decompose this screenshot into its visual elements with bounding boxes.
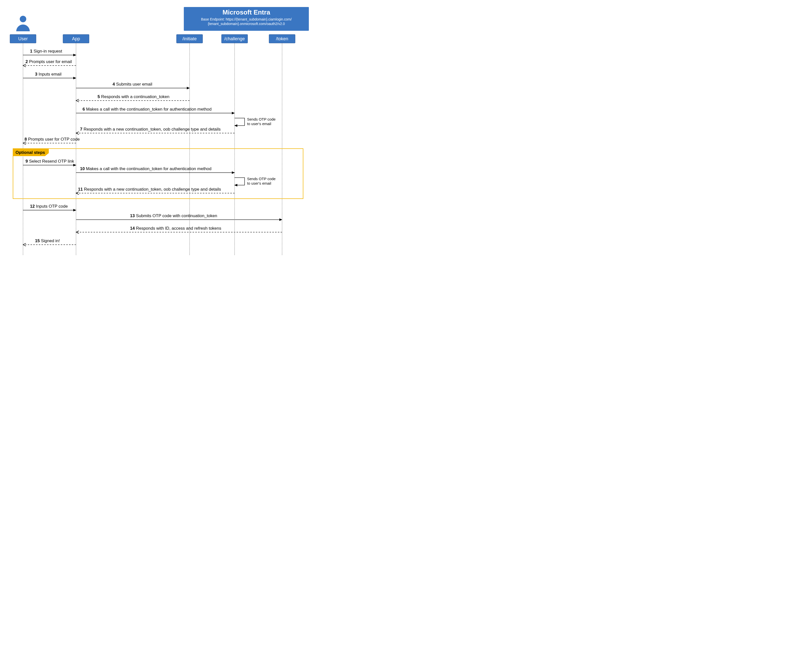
msg-1-label: 1 Sign-in request — [30, 49, 62, 53]
actor-icon — [16, 16, 30, 31]
self-msg-2-line — [235, 178, 245, 185]
self-msg-1-label-b: to user's email — [247, 121, 271, 126]
participant-challenge: /challenge — [222, 34, 247, 43]
sequence-diagram: Microsoft Entra Base Endpoint: https://{… — [5, 5, 310, 260]
participant-token: /token — [269, 34, 295, 43]
msg-11-label: 11 Responds with a new continuation_toke… — [78, 187, 221, 192]
msg-13-label: 13 Submits OTP code with continuation_to… — [130, 214, 217, 218]
msg-8-label: 8 Prompts user for OTP code — [24, 137, 80, 142]
msg-14-label: 14 Responds with ID, access and refresh … — [130, 226, 221, 231]
msg-12-label: 12 Inputs OTP code — [30, 204, 68, 209]
self-msg-2-label-a: Sends OTP code — [247, 177, 276, 181]
svg-text:/token: /token — [276, 36, 288, 41]
optional-tag-label: Optional steps — [15, 150, 45, 155]
svg-text:/initiate: /initiate — [182, 36, 196, 41]
msg-7-label: 7 Responds with a new continuation_token… — [80, 127, 220, 132]
participant-initiate: /initiate — [177, 34, 203, 43]
banner-sub2: {tenant_subdomain}.onmicrosoft.com/oauth… — [208, 22, 285, 26]
msg-5-label: 5 Responds with a continuation_token — [97, 94, 169, 99]
msg-4-label: 4 Submits user email — [113, 82, 152, 87]
msg-9-label: 9 Select Resend OTP link — [26, 159, 74, 164]
self-msg-2-label-b: to user's email — [247, 181, 271, 185]
svg-point-0 — [20, 16, 26, 22]
banner-sub1: Base Endpoint: https://{tenant_subdomain… — [201, 17, 292, 21]
msg-10-label: 10 Makes a call with the continuation_to… — [80, 166, 212, 171]
banner-title: Microsoft Entra — [223, 9, 270, 16]
msg-15-label: 15 Signed in! — [35, 238, 60, 243]
msg-3-label: 3 Inputs email — [35, 72, 61, 77]
participant-app: App — [63, 34, 89, 43]
svg-text:User: User — [18, 36, 28, 41]
self-msg-1-label-a: Sends OTP code — [247, 117, 276, 121]
svg-text:App: App — [72, 36, 80, 41]
self-msg-1-line — [235, 118, 245, 126]
svg-text:/challenge: /challenge — [224, 36, 245, 41]
participant-user: User — [10, 34, 36, 43]
msg-2-label: 2 Prompts user for email — [26, 59, 72, 64]
msg-6-label: 6 Makes a call with the continuation_tok… — [82, 107, 212, 111]
